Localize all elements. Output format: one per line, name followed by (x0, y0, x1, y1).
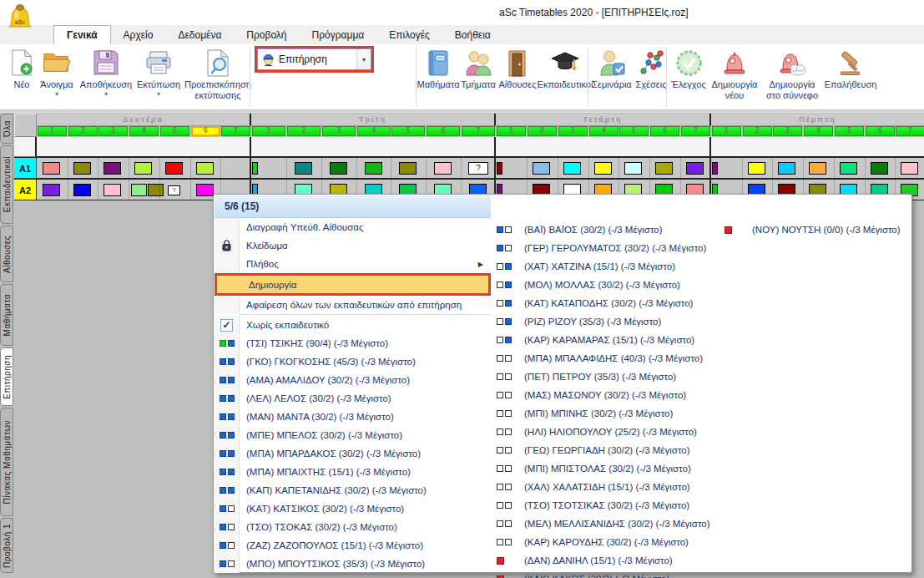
lesson-card[interactable] (43, 184, 60, 196)
teacher-menu-item[interactable]: (ΜΑΝ) ΜΑΝΤΑ (30/2) (-/3 Μέγιστο) (215, 408, 491, 426)
lesson-card[interactable] (901, 162, 918, 175)
row-label-A2[interactable]: A2 (14, 179, 37, 200)
menu-item[interactable]: Διαγραφή Υπεύθ. Αίθουσας (215, 218, 491, 236)
teacher-menu-item[interactable]: (ΧΑΤ) ΧΑΤΖΙΝΑ (15/1) (-/3 Μέγιστο) (491, 257, 719, 276)
teacher-menu-item[interactable]: (ΤΣΙ) ΤΣΙΚΗΣ (90/4) (-/3 Μέγιστο) (215, 334, 491, 352)
period-cell[interactable]: 3 (322, 126, 356, 136)
period-cell[interactable]: 2 (287, 126, 321, 136)
period-cell[interactable]: 5 (835, 126, 864, 136)
teacher-menu-item[interactable]: (ΔΑΝ) ΔΑΝΙΗΛ (15/1) (-/3 Μέγιστο) (491, 551, 719, 570)
teacher-menu-item[interactable]: (ΜΕΛ) ΜΕΛΛΙΣΑΝΙΔΗΣ (30/2) (-/3 Μέγιστο) (491, 515, 719, 533)
menu-item-highlighted[interactable]: Δημιουργία (215, 273, 491, 296)
period-cell[interactable]: 5 (619, 126, 649, 136)
chevron-down-icon[interactable]: ▾ (55, 90, 58, 98)
lesson-card[interactable] (399, 162, 417, 175)
lesson-card[interactable] (594, 162, 612, 175)
teacher-menu-item[interactable]: (ΖΑΖ) ΖΑΖΟΠΟΥΛΟΣ (15/1) (-/3 Μέγιστο) (215, 536, 491, 555)
lesson-card[interactable] (655, 162, 673, 175)
period-cell[interactable]: 7 (896, 126, 924, 136)
period-cell[interactable]: 6 (866, 126, 895, 136)
period-cell[interactable]: 1 (712, 126, 741, 136)
lesson-card[interactable] (365, 162, 382, 175)
period-cell[interactable]: 3 (773, 126, 802, 136)
row-label-A1[interactable]: A1 (14, 157, 37, 179)
menu-item[interactable]: Πλήθος▶ (215, 255, 491, 273)
generate-new-button[interactable]: Δημιουργία νέου (708, 46, 761, 100)
menu-item[interactable]: ✓Χωρίς εκπαιδευτικό (215, 316, 491, 334)
teacher-menu-item[interactable]: (ΗΛΙ) ΗΛΙΟΠΟΥΛΟΥ (25/2) (-/3 Μέγιστο) (491, 423, 719, 441)
teacher-menu-item[interactable]: (ΛΕΛ) ΛΕΛΟΣ (30/2) (-/3 Μέγιστο) (215, 389, 491, 408)
period-cell[interactable]: 5 (391, 126, 425, 136)
lesson-card-sliver[interactable] (712, 162, 718, 175)
menu-item-3[interactable]: Δεδομένα (165, 25, 234, 44)
teacher-menu-item[interactable]: (ΡΙΖ) ΡΙΖΟΥ (35/3) (-/3 Μέγιστο) (491, 312, 719, 331)
teacher-menu-item[interactable]: (ΓΚΟ) ΓΚΟΓΚΟΣΗΣ (45/3) (-/3 Μέγιστο) (215, 352, 491, 371)
teacher-menu-item[interactable]: (ΜΠΑ) ΜΠΑΙΧΤΗΣ (15/1) (-/3 Μέγιστο) (215, 463, 491, 481)
chevron-down-icon[interactable]: ▾ (157, 90, 160, 98)
lesson-card[interactable] (748, 162, 765, 175)
lesson-card[interactable] (131, 184, 147, 196)
lesson-card[interactable] (196, 184, 214, 196)
teacher-menu-item[interactable]: (ΜΠΑ) ΜΠΑΛΑΦΙΔΗΣ (40/3) (-/3 Μέγιστο) (491, 349, 719, 368)
teacher-menu-item[interactable]: (ΜΠΙ) ΜΠΙΣΤΟΛΑΣ (30/2) (-/3 Μέγιστο) (491, 459, 719, 478)
period-cell[interactable]: 1 (252, 126, 285, 136)
sidebar-tab-5[interactable]: Επιτήρηση (0, 347, 13, 406)
lesson-card[interactable] (809, 162, 826, 175)
period-cell[interactable]: 2 (743, 126, 772, 136)
teacher-menu-item[interactable]: (ΜΠΟ) ΜΠΟΥΤΣΙΚΟΣ (35/3) (-/3 Μέγιστο) (215, 555, 491, 573)
teacher-menu-item[interactable]: (ΝΟΥ) ΝΟΥΤΣΗ (0/0) (-/3 Μέγιστο) (719, 221, 911, 239)
generate-cloud-button[interactable]: Δημιουργία στο σύννεφο (761, 46, 823, 100)
lesson-card[interactable] (624, 162, 642, 175)
lesson-card-sliver[interactable] (252, 162, 258, 175)
teacher-menu-item[interactable]: (ΜΠΙ) ΜΠΙΝΗΣ (30/2) (-/3 Μέγιστο) (491, 404, 719, 423)
lesson-card[interactable] (134, 162, 152, 175)
teacher-menu-item[interactable]: (ΜΠΑ) ΜΠΑΡΔΑΚΟΣ (30/2) (-/3 Μέγιστο) (215, 444, 491, 463)
lesson-card[interactable] (104, 162, 121, 175)
teacher-menu-item[interactable]: (ΚΑΚ) ΚΑΚΟΣ (30/2) (-/3 Μέγιστο) (491, 570, 719, 578)
teacher-menu-item[interactable]: (ΜΟΛ) ΜΟΛΛΑΣ (30/2) (-/3 Μέγιστο) (491, 276, 719, 294)
view-mode-select[interactable]: Επιτήρηση ▼ (257, 48, 371, 70)
period-cell[interactable]: 7 (681, 126, 710, 136)
teacher-menu-item[interactable]: (ΚΑΠ) ΚΑΠΕΤΑΝΙΔΗΣ (30/2) (-/3 Μέγιστο) (215, 481, 491, 499)
teacher-menu-item[interactable]: (ΜΠΕ) ΜΠΕΛΟΣ (30/2) (-/3 Μέγιστο) (215, 426, 491, 444)
teacher-menu-item[interactable]: (ΤΣΟ) ΤΣΟΤΣΙΚΑΣ (30/2) (-/3 Μέγιστο) (491, 496, 719, 515)
sidebar-tab-3[interactable]: Αίθουσες (0, 226, 13, 282)
lesson-card[interactable] (196, 162, 214, 175)
teacher-menu-item[interactable]: (ΓΕΩ) ΓΕΩΡΓΙΑΔΗ (30/2) (-/3 Μέγιστο) (491, 441, 719, 459)
print-button[interactable]: Εκτύπωση▾ (135, 46, 182, 98)
period-cell[interactable]: 4 (357, 126, 391, 136)
open-button[interactable]: Άνοιγμα▾ (37, 46, 77, 98)
menu-item-5[interactable]: Πρόγραμμα (300, 25, 377, 44)
lesson-card[interactable] (73, 162, 91, 175)
chevron-down-icon[interactable]: ▾ (104, 90, 108, 98)
print-preview-button[interactable]: Προεπισκόπηση εκτύπωσης (182, 46, 254, 100)
sidebar-tab-4[interactable]: Μαθήματα (0, 284, 13, 346)
lesson-card[interactable] (871, 162, 888, 175)
sidebar-tab-1[interactable]: Όλα (0, 114, 13, 144)
unknown-card[interactable]: ? (468, 162, 488, 175)
menu-item-6[interactable]: Επιλογές (376, 25, 442, 44)
teacher-menu-item[interactable]: (ΚΑΤ) ΚΑΤΣΙΚΟΣ (30/2) (-/3 Μέγιστο) (215, 499, 491, 518)
period-cell[interactable]: 4 (804, 126, 833, 136)
lesson-card[interactable] (533, 162, 550, 175)
lessons-button[interactable]: Μαθήματα (417, 46, 459, 90)
period-cell[interactable]: 2 (68, 126, 98, 136)
unknown-mini-box[interactable]: ? (168, 185, 180, 195)
period-cell[interactable]: 4 (129, 126, 159, 136)
teacher-menu-item[interactable]: (ΚΑΤ) ΚΑΤΑΠΟΔΗΣ (30/2) (-/3 Μέγιστο) (491, 294, 719, 312)
lesson-card-sliver[interactable] (497, 162, 502, 175)
classes-button[interactable]: Τμήματα (459, 46, 497, 90)
teacher-menu-item[interactable]: (ΚΑΡ) ΚΑΡΑΜΑΡΑΣ (15/1) (-/3 Μέγιστο) (491, 331, 719, 349)
period-cell[interactable]: 6 (427, 126, 460, 136)
lesson-card[interactable] (686, 162, 704, 175)
lesson-card[interactable] (330, 162, 347, 175)
lesson-card[interactable] (73, 184, 91, 196)
seminars-button[interactable]: Σεμινάρια (591, 46, 633, 90)
period-cell[interactable]: 1 (497, 126, 526, 136)
teacher-menu-item[interactable]: (ΚΑΡ) ΚΑΡΟΥΔΗΣ (30/2) (-/3 Μέγιστο) (491, 533, 719, 551)
period-cell[interactable]: 6 (650, 126, 679, 136)
lesson-card[interactable] (104, 184, 121, 196)
lesson-card[interactable] (43, 162, 60, 175)
save-button[interactable]: Αποθήκευση▾ (77, 46, 135, 98)
lesson-card[interactable] (563, 162, 581, 175)
